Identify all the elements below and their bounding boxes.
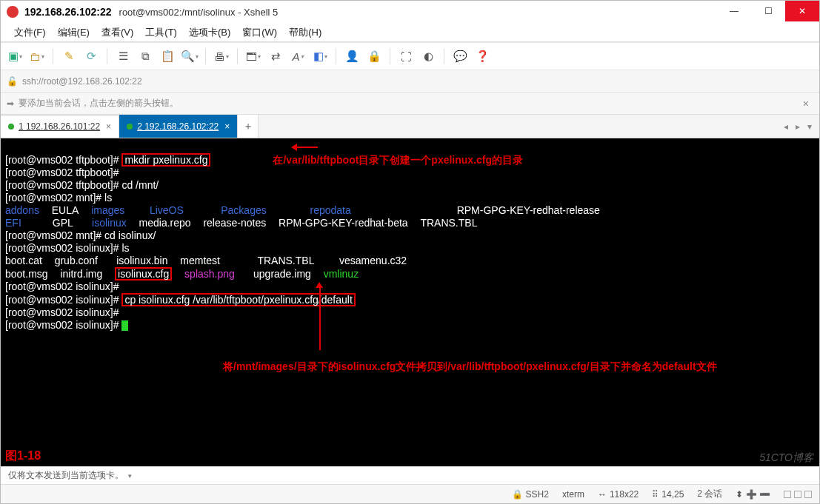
transfer-icon[interactable]: ⇄: [266, 47, 285, 66]
arrowhead-icon: [316, 282, 323, 288]
reconnect-icon[interactable]: ⟳: [81, 47, 101, 66]
address-bar[interactable]: 🔓 ssh://root@192.168.26.102:22: [1, 70, 819, 93]
add-tab-button[interactable]: ＋: [238, 115, 259, 138]
paste-icon[interactable]: 📋: [158, 47, 177, 66]
annotation-arrow: [296, 147, 318, 148]
status-dot-icon: [8, 124, 14, 130]
tab-label: 2 192.168.26.102:22: [137, 121, 219, 132]
cursor: [121, 320, 128, 331]
color-icon[interactable]: ◧▾: [310, 47, 330, 66]
send-mode-text: 仅将文本发送到当前选项卡。: [8, 469, 124, 482]
status-dot-icon: [127, 124, 133, 130]
status-protocol: 🔒 SSH2: [512, 489, 549, 500]
help-icon[interactable]: ❓: [473, 47, 492, 66]
watermark: 51CTO博客: [759, 451, 813, 463]
app-window: 192.168.26.102:22 root@vms002:/mnt/isoli…: [0, 0, 820, 504]
user-icon[interactable]: 👤: [342, 47, 361, 66]
highlight-icon[interactable]: ✎: [59, 47, 79, 66]
menu-tabs[interactable]: 选项卡(B): [183, 24, 236, 41]
status-size: ↔ 118x22: [598, 489, 639, 500]
close-button[interactable]: ✕: [785, 1, 819, 21]
status-bar: 🔒 SSH2 xterm ↔ 118x22 ⠿ 14,25 2 会话 ⬍ ➕ ➖: [1, 484, 819, 503]
print-icon[interactable]: 🖶▾: [212, 47, 231, 66]
copy-icon[interactable]: ⧉: [136, 47, 155, 66]
banner-text: 要添加当前会话，点击左侧的箭头按钮。: [19, 97, 179, 110]
banner-arrow-icon[interactable]: ➡: [7, 98, 14, 109]
menu-window[interactable]: 窗口(W): [236, 24, 283, 41]
title-bar: 192.168.26.102:22 root@vms002:/mnt/isoli…: [1, 1, 819, 23]
menu-edit[interactable]: 编辑(E): [52, 24, 96, 41]
opacity-icon[interactable]: ◐: [419, 47, 438, 66]
arrowhead-icon: [291, 144, 297, 151]
tab-prev-icon[interactable]: ◂: [781, 121, 791, 132]
annotation-text: 将/mnt/images/目录下的isolinux.cfg文件拷贝到/var/l…: [223, 357, 786, 376]
app-icon: [7, 6, 19, 18]
tab-close-icon[interactable]: ×: [224, 121, 230, 132]
annotation-arrow: [319, 286, 321, 350]
window-subtitle: root@vms002:/mnt/isolinux - Xshell 5: [119, 7, 279, 18]
lock-indicator-icon: 🔓: [7, 76, 18, 87]
tab-next-icon[interactable]: ▸: [793, 121, 803, 132]
properties-icon[interactable]: ☰: [113, 47, 133, 66]
status-cursor: ⠿ 14,25: [652, 489, 684, 500]
dropdown-icon[interactable]: ▾: [128, 472, 132, 480]
menu-help[interactable]: 帮助(H): [283, 24, 327, 41]
status-sessions: 2 会话: [697, 488, 722, 500]
menu-tools[interactable]: 工具(T): [139, 24, 183, 41]
send-mode-bar: 仅将文本发送到当前选项卡。 ▾: [1, 466, 819, 484]
status-caps: [784, 491, 812, 498]
banner-close-icon[interactable]: ×: [799, 98, 813, 110]
search-icon[interactable]: 🔍▾: [180, 47, 199, 66]
menu-view[interactable]: 查看(V): [96, 24, 139, 41]
tab-strip: 1 192.168.26.101:22 × 2 192.168.26.102:2…: [1, 115, 819, 138]
new-session-icon[interactable]: ▣▾: [5, 47, 24, 66]
terminal-output[interactable]: [root@vms002 tftpboot]# mkdir pxelinux.c…: [1, 138, 819, 466]
figure-label: 图1-18: [5, 450, 41, 462]
window-title: 192.168.26.102:22: [24, 6, 112, 18]
status-termtype: xterm: [562, 489, 584, 500]
minimize-button[interactable]: —: [717, 1, 751, 21]
status-scroll[interactable]: ⬍ ➕ ➖: [736, 489, 770, 500]
session-tab-1[interactable]: 1 192.168.26.101:22 ×: [1, 115, 119, 138]
menu-file[interactable]: 文件(F): [8, 24, 52, 41]
tab-nav: ◂ ▸ ▾: [781, 115, 819, 138]
tab-close-icon[interactable]: ×: [106, 121, 111, 132]
toolbar: ▣▾ 🗀▾ ✎ ⟳ ☰ ⧉ 📋 🔍▾ 🖶▾ 🗔▾ ⇄ A▾ ◧▾ 👤 🔒 ⛶ ◐…: [1, 42, 819, 70]
session-tab-2[interactable]: 2 192.168.26.102:22 ×: [119, 115, 238, 138]
tab-list-icon[interactable]: ▾: [804, 121, 815, 132]
lock-icon[interactable]: 🔒: [364, 47, 384, 66]
address-text: ssh://root@192.168.26.102:22: [22, 76, 142, 87]
tab-label: 1 192.168.26.101:22: [19, 121, 100, 132]
sessions-icon[interactable]: 🗔▾: [244, 47, 263, 66]
open-folder-icon[interactable]: 🗀▾: [27, 47, 47, 66]
fullscreen-icon[interactable]: ⛶: [396, 47, 416, 66]
info-banner: ➡ 要添加当前会话，点击左侧的箭头按钮。 ×: [1, 93, 819, 115]
maximize-button[interactable]: ☐: [751, 1, 785, 21]
font-icon[interactable]: A▾: [288, 47, 307, 66]
menu-bar: 文件(F) 编辑(E) 查看(V) 工具(T) 选项卡(B) 窗口(W) 帮助(…: [1, 23, 819, 42]
script-icon[interactable]: 💬: [450, 47, 470, 66]
